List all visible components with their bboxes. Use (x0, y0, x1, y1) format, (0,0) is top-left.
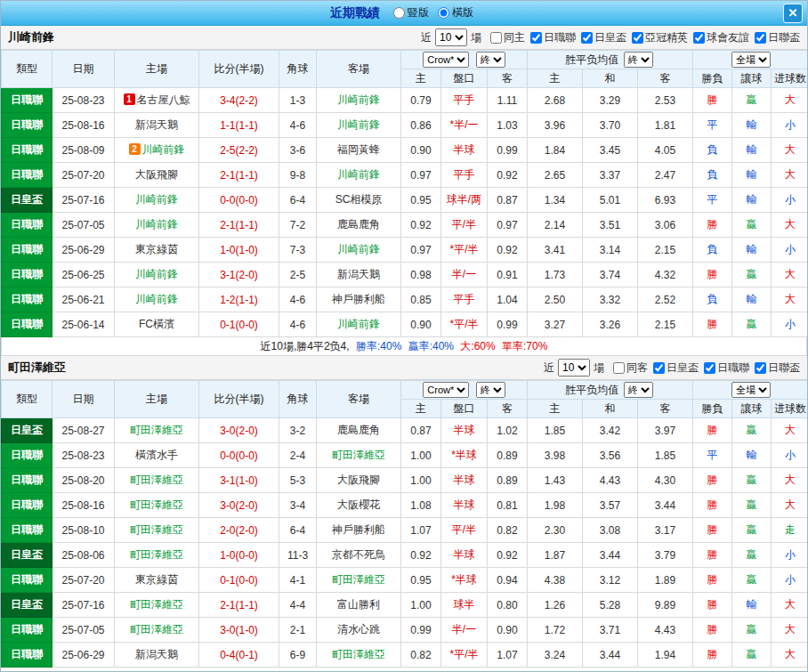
avg-time-select[interactable]: 終 (624, 382, 653, 398)
match-count-select[interactable]: 10 (558, 359, 590, 376)
away-team-name: 神戶勝利船 (332, 293, 385, 305)
avg-lose-odds-cell: 1.81 (638, 113, 693, 138)
avg-win-odds-cell: 1.85 (528, 418, 583, 443)
results-table-team-b: 類型 日期 主場 比分(半場) 角球 客場 Crow* 終 胜平负均值 終 全場 (1, 380, 808, 668)
avg-draw-odds-cell: 3.51 (583, 213, 638, 238)
away-team-name: SC相模原 (335, 193, 383, 206)
avg-group-header: 胜平负均值 終 (528, 51, 693, 69)
away-team-name: 鹿島鹿角 (337, 424, 380, 436)
date-cell: 25-06-29 (53, 643, 115, 668)
handicap-result-cell: 輸 (732, 163, 772, 188)
filter-checkbox-日皇盃[interactable]: 日皇盃 (653, 360, 699, 376)
date-cell: 25-07-05 (53, 213, 115, 238)
filter-checkbox-日聯盃[interactable]: 日聯盃 (755, 360, 800, 376)
handicap-result-cell: 贏 (732, 543, 772, 568)
checkbox[interactable] (755, 32, 766, 44)
home-odds-cell: 0.85 (401, 287, 441, 312)
handicap-result-cell: 贏 (732, 468, 772, 493)
avg-win-odds-cell: 3.98 (528, 443, 583, 468)
bookmaker-select[interactable]: Crow* (423, 52, 469, 68)
checkbox[interactable] (755, 362, 766, 374)
summary-stat: 贏率:40% (408, 340, 457, 352)
match-row: 日皇盃25-07-16町田澤維亞2-1(1-1)4-4富山勝利1.00球半0.8… (2, 593, 808, 618)
filter-checkbox-亞冠精英[interactable]: 亞冠精英 (632, 30, 688, 45)
horizontal-radio-label: 橫版 (452, 5, 473, 20)
sub-away-odds: 客 (488, 400, 528, 418)
match-row: 日職聯25-08-16町田澤維亞3-0(2-0)3-4大阪櫻花1.08半球0.8… (2, 493, 808, 518)
result-cell: 勝 (693, 88, 732, 113)
scope-select[interactable]: 全場 (731, 382, 771, 398)
filter-checkbox-日聯盃[interactable]: 日聯盃 (755, 30, 800, 45)
avg-draw-odds-cell: 3.70 (583, 113, 638, 138)
result-cell: 平 (693, 443, 732, 468)
avg-win-odds-cell: 1.84 (528, 138, 583, 163)
avg-lose-odds-cell: 3.97 (638, 418, 693, 443)
bookmaker-select[interactable]: Crow* (423, 382, 469, 398)
avg-lose-odds-cell: 2.52 (638, 287, 693, 312)
away-odds-cell: 1.03 (488, 113, 528, 138)
score-cell: 2-1(1-1) (199, 593, 279, 618)
avg-lose-odds-cell: 6.93 (638, 188, 693, 213)
score-cell: 3-4(2-2) (199, 88, 279, 113)
home-team-cell: 町田澤維亞 (115, 543, 199, 568)
horizontal-radio[interactable] (438, 7, 449, 19)
checkbox[interactable] (653, 362, 665, 374)
odds-time-select[interactable]: 終 (476, 382, 505, 398)
filter-checkbox-同客[interactable]: 同客 (613, 360, 648, 376)
checkbox[interactable] (581, 32, 593, 44)
checkbox[interactable] (632, 32, 643, 44)
corner-cell: 5-3 (279, 468, 317, 493)
away-odds-cell: 0.81 (488, 493, 528, 518)
view-option-vertical[interactable]: 豎版 (393, 5, 429, 20)
away-team-cell: 新潟天鵝 (317, 263, 401, 287)
match-count-select[interactable]: 10 (435, 28, 467, 46)
avg-time-select[interactable]: 終 (624, 52, 653, 68)
avg-win-odds-cell: 3.24 (528, 643, 583, 668)
league-filter-checkboxes: 同主日職聯日皇盃亞冠精英球會友誼日聯盃 (490, 30, 800, 45)
filter-checkbox-同主[interactable]: 同主 (490, 30, 525, 45)
match-row: 日皇盃25-08-27町田澤維亞3-0(2-0)3-2鹿島鹿角0.87半球1.0… (2, 418, 808, 443)
result-cell: 勝 (693, 643, 732, 668)
home-team-cell: 川崎前鋒 (115, 263, 199, 287)
home-team-name: 新潟天鵝 (135, 648, 178, 660)
goals-result-cell: 大 (772, 138, 808, 163)
league-type-cell: 日職聯 (2, 468, 53, 493)
filter-checkbox-球會友誼[interactable]: 球會友誼 (693, 30, 749, 45)
checkbox[interactable] (693, 32, 705, 44)
handicap-result-cell: 輸 (732, 188, 772, 213)
odds-time-select[interactable]: 終 (476, 52, 505, 68)
avg-draw-odds-cell: 3.29 (583, 88, 638, 113)
avg-win-odds-cell: 1.73 (528, 263, 583, 287)
score-cell: 3-0(2-0) (199, 418, 279, 443)
home-team-cell: 川崎前鋒 (115, 287, 199, 312)
checkbox[interactable] (613, 362, 625, 374)
checkbox[interactable] (704, 362, 715, 374)
sub-home-odds: 主 (401, 69, 441, 88)
away-odds-cell: 0.99 (488, 138, 528, 163)
avg-group-header: 胜平负均值 終 (528, 381, 693, 400)
home-team-name: 町田澤維亞 (130, 548, 183, 561)
view-option-horizontal[interactable]: 橫版 (438, 5, 473, 20)
filter-checkbox-日職聯[interactable]: 日職聯 (704, 360, 749, 376)
filter-checkbox-日皇盃[interactable]: 日皇盃 (581, 30, 626, 45)
summary-stat: 大:60% (460, 340, 498, 352)
league-type-cell: 日職聯 (2, 263, 53, 287)
avg-draw-odds-cell: 3.57 (583, 493, 638, 518)
checkbox[interactable] (490, 32, 502, 44)
corner-cell: 4-6 (279, 287, 317, 312)
avg-win-odds-cell: 1.26 (528, 593, 583, 618)
checkbox[interactable] (530, 32, 542, 44)
scope-select[interactable]: 全場 (731, 52, 771, 68)
col-home: 主場 (115, 381, 199, 418)
handicap-cell: 半/一 (441, 618, 488, 643)
match-row: 日皇盃25-07-16川崎前鋒0-0(0-0)6-4SC相模原0.95球半/两0… (2, 188, 808, 213)
avg-win-odds-cell: 2.68 (528, 88, 583, 113)
filter-checkbox-日職聯[interactable]: 日職聯 (530, 30, 576, 45)
score-cell: 3-1(2-0) (199, 263, 279, 287)
away-team-cell: 町田澤維亞 (317, 568, 401, 593)
vertical-radio[interactable] (393, 7, 405, 19)
league-type-cell: 日職聯 (2, 618, 53, 643)
away-team-cell: 川崎前鋒 (317, 113, 401, 138)
close-button[interactable]: ✕ (783, 4, 803, 23)
home-odds-cell: 1.00 (401, 468, 441, 493)
